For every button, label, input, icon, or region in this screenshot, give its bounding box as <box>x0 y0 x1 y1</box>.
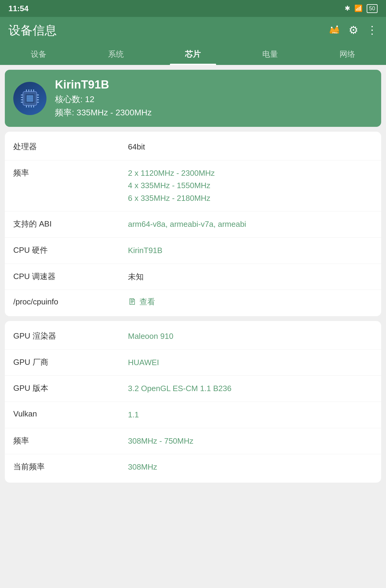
bluetooth-icon: ✱ <box>345 5 350 12</box>
chip-icon <box>13 82 46 115</box>
svg-rect-19 <box>33 89 34 92</box>
gpu-vendor-label: GPU 厂商 <box>13 356 128 368</box>
cpu-hardware-row: CPU 硬件 KirinT91B <box>5 238 381 264</box>
cpu-governor-row: CPU 调速器 未知 <box>5 264 381 290</box>
gpu-frequency-label: 频率 <box>13 435 128 446</box>
gpu-frequency-value: 308MHz - 750MHz <box>128 435 373 448</box>
cpu-governor-label: CPU 调速器 <box>13 271 128 282</box>
gpu-frequency-row: 频率 308MHz - 750MHz <box>5 428 381 455</box>
toolbar-actions: PRO ⚙ ⋮ <box>329 24 378 37</box>
svg-rect-23 <box>33 105 34 108</box>
cpuinfo-view-text: 查看 <box>139 297 155 307</box>
svg-text:PRO: PRO <box>332 31 337 34</box>
tab-device[interactable]: 设备 <box>0 43 77 65</box>
cpu-info-card: 处理器 64bit 频率 2 x 1120MHz - 2300MHz4 x 33… <box>5 132 381 316</box>
cpu-hardware-value: KirinT91B <box>128 244 373 257</box>
gpu-version-label: GPU 版本 <box>13 382 128 394</box>
svg-rect-10 <box>21 99 23 100</box>
svg-rect-17 <box>28 89 29 92</box>
gpu-renderer-value: Maleoon 910 <box>128 330 373 343</box>
vulkan-value: 1.1 <box>128 409 373 421</box>
svg-rect-9 <box>21 97 23 98</box>
cpu-architecture-label: 处理器 <box>13 141 128 152</box>
svg-rect-22 <box>31 105 32 108</box>
app-title: 设备信息 <box>8 22 57 39</box>
cpu-abi-label: 支持的 ABI <box>13 218 128 229</box>
battery-indicator: 50 <box>367 4 378 13</box>
cpuinfo-view-link[interactable]: 🖹 查看 <box>128 297 155 307</box>
chip-cores: 核心数: 12 <box>55 94 152 105</box>
cpuinfo-label: /proc/cpuinfo <box>13 297 128 307</box>
svg-point-2 <box>331 27 333 28</box>
chip-name: KirinT91B <box>55 78 152 91</box>
svg-rect-16 <box>26 89 27 92</box>
wifi-icon: 📶 <box>354 5 362 12</box>
bottom-space <box>5 487 381 588</box>
chip-header-card: KirinT91B 核心数: 12 频率: 335MHz - 2300MHz <box>5 70 381 127</box>
toolbar: 设备信息 PRO ⚙ ⋮ <box>0 17 386 43</box>
status-bar: 11:54 ✱ 📶 50 <box>0 0 386 17</box>
gpu-current-frequency-value: 308MHz <box>128 461 373 474</box>
cpu-frequency-value: 2 x 1120MHz - 2300MHz4 x 335MHz - 1550MH… <box>128 167 373 205</box>
content-area: KirinT91B 核心数: 12 频率: 335MHz - 2300MHz 处… <box>0 65 386 588</box>
svg-rect-11 <box>21 102 23 103</box>
more-options-icon[interactable]: ⋮ <box>367 24 378 37</box>
gpu-info-card: GPU 渲染器 Maleoon 910 GPU 厂商 HUAWEI GPU 版本… <box>5 321 381 483</box>
svg-rect-18 <box>31 89 32 92</box>
gpu-current-frequency-label: 当前频率 <box>13 461 128 472</box>
svg-rect-14 <box>37 99 39 100</box>
gpu-current-frequency-row: 当前频率 308MHz <box>5 454 381 480</box>
chip-frequency: 频率: 335MHz - 2300MHz <box>55 107 152 118</box>
document-icon: 🖹 <box>128 297 136 307</box>
cpu-architecture-row: 处理器 64bit <box>5 134 381 160</box>
cpu-frequency-row: 频率 2 x 1120MHz - 2300MHz4 x 335MHz - 155… <box>5 160 381 212</box>
tab-bar: 设备 系统 芯片 电量 网络 <box>0 43 386 65</box>
tab-battery[interactable]: 电量 <box>231 43 309 65</box>
svg-point-3 <box>337 25 338 27</box>
status-time: 11:54 <box>8 4 29 13</box>
gpu-renderer-label: GPU 渲染器 <box>13 330 128 341</box>
vulkan-label: Vulkan <box>13 409 128 419</box>
gpu-version-row: GPU 版本 3.2 OpenGL ES-CM 1.1 B236 <box>5 376 381 402</box>
svg-rect-21 <box>28 105 29 108</box>
battery-level: 50 <box>369 5 375 11</box>
tab-chip[interactable]: 芯片 <box>155 43 232 65</box>
gpu-version-value: 3.2 OpenGL ES-CM 1.1 B236 <box>128 382 373 395</box>
gpu-renderer-row: GPU 渲染器 Maleoon 910 <box>5 323 381 350</box>
cpu-governor-value: 未知 <box>128 271 373 283</box>
svg-rect-12 <box>37 95 39 95</box>
svg-rect-13 <box>37 97 39 98</box>
cpu-hardware-label: CPU 硬件 <box>13 244 128 255</box>
tab-network[interactable]: 网络 <box>309 43 386 65</box>
settings-icon[interactable]: ⚙ <box>349 24 358 37</box>
chip-info: KirinT91B 核心数: 12 频率: 335MHz - 2300MHz <box>55 78 152 118</box>
cpu-abi-row: 支持的 ABI arm64-v8a, armeabi-v7a, armeabi <box>5 211 381 238</box>
vulkan-row: Vulkan 1.1 <box>5 402 381 428</box>
gpu-vendor-row: GPU 厂商 HUAWEI <box>5 350 381 376</box>
svg-rect-20 <box>26 105 27 108</box>
svg-rect-15 <box>37 102 39 103</box>
crown-pro-icon[interactable]: PRO <box>329 24 340 37</box>
svg-rect-8 <box>21 95 23 95</box>
status-icons: ✱ 📶 50 <box>345 4 378 13</box>
cpu-frequency-label: 频率 <box>13 167 128 178</box>
cpu-architecture-value: 64bit <box>128 141 373 153</box>
cpu-abi-value: arm64-v8a, armeabi-v7a, armeabi <box>128 218 373 231</box>
cpuinfo-row: /proc/cpuinfo 🖹 查看 <box>5 290 381 314</box>
tab-system[interactable]: 系统 <box>77 43 155 65</box>
gpu-vendor-value: HUAWEI <box>128 356 373 369</box>
